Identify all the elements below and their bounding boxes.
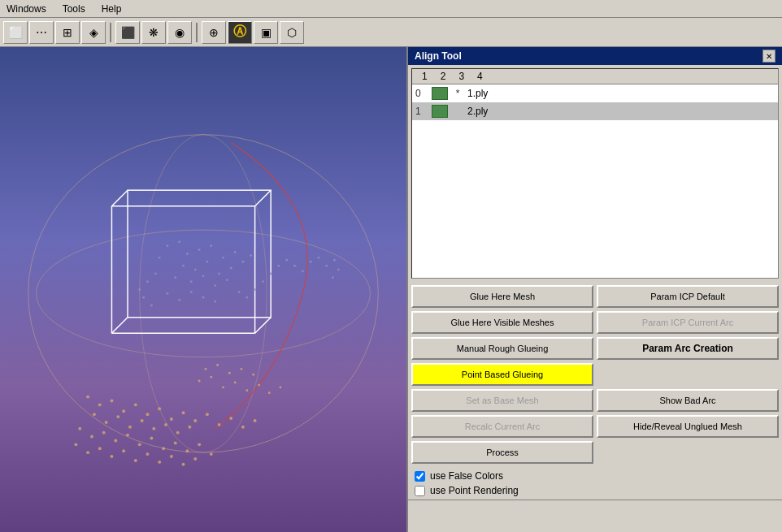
glue-here-mesh-button[interactable]: Glue Here Mesh	[411, 285, 593, 308]
svg-point-65	[182, 411, 185, 414]
svg-point-103	[193, 457, 197, 461]
svg-point-100	[158, 461, 161, 464]
svg-point-41	[310, 261, 312, 263]
svg-point-43	[325, 265, 328, 267]
align-panel: Align Tool ✕ 1 2 3 4 0 * 1.ply 1	[406, 47, 782, 532]
svg-point-55	[142, 296, 145, 299]
mesh-row-1[interactable]: 1 2.ply	[412, 102, 778, 120]
svg-point-69	[229, 417, 232, 420]
mesh-eye-1[interactable]	[432, 105, 448, 118]
svg-point-66	[193, 419, 197, 422]
svg-point-42	[317, 257, 319, 259]
param-arc-creation-button[interactable]: Param Arc Creation	[597, 337, 779, 360]
svg-point-108	[245, 389, 248, 391]
svg-point-86	[138, 443, 141, 446]
point-rendering-label[interactable]: use Point Rendering	[430, 485, 519, 496]
point-based-glueing-button[interactable]: Point Based Glueing	[411, 363, 593, 386]
toolbar-btn-target[interactable]: ⊕	[202, 21, 226, 44]
svg-point-112	[204, 368, 206, 370]
mesh-row-num-1: 1	[415, 106, 432, 117]
svg-point-115	[241, 368, 243, 370]
toolbar-btn-a[interactable]: Ⓐ	[228, 21, 252, 44]
svg-point-93	[74, 443, 77, 446]
svg-point-24	[218, 272, 220, 275]
mesh-list-container[interactable]: 1 2 3 4 0 * 1.ply 1 2.ply	[411, 68, 779, 279]
svg-point-32	[238, 291, 241, 293]
toolbar-btn-box[interactable]: ⬜	[3, 21, 28, 44]
mesh-row-0[interactable]: 0 * 1.ply	[412, 84, 778, 102]
mesh-eye-0[interactable]	[432, 87, 448, 100]
process-button[interactable]: Process	[411, 441, 593, 464]
svg-point-38	[285, 259, 288, 262]
toolbar-btn-square[interactable]: ▣	[254, 21, 278, 44]
svg-point-73	[105, 421, 108, 424]
panel-close-button[interactable]: ✕	[762, 50, 775, 63]
toolbar-separator	[110, 23, 111, 42]
svg-point-1	[36, 230, 370, 357]
svg-point-20	[250, 254, 252, 257]
svg-point-28	[190, 280, 193, 283]
menu-windows[interactable]: Windows	[3, 2, 50, 15]
checkboxes-area: use False Colors use Point Rendering	[408, 467, 782, 500]
svg-point-110	[268, 391, 271, 394]
toolbar-btn-diamond[interactable]: ◈	[81, 21, 106, 44]
toolbar-separator-2	[196, 23, 198, 42]
svg-point-85	[126, 434, 129, 437]
toolbar-btn-dots[interactable]: ⋯	[29, 21, 54, 44]
show-bad-arc-button[interactable]: Show Bad Arc	[597, 389, 779, 412]
toolbar-btn-lines[interactable]: ⬛	[115, 21, 140, 44]
svg-point-70	[241, 426, 245, 429]
svg-point-57	[86, 396, 89, 399]
svg-point-58	[98, 403, 102, 406]
svg-point-22	[194, 269, 197, 271]
svg-point-72	[93, 413, 96, 416]
svg-point-68	[218, 423, 221, 426]
glue-here-visible-button[interactable]: Glue Here Visible Meshes	[411, 311, 593, 334]
mesh-star-1	[451, 106, 464, 117]
hide-reveal-unglued-button[interactable]: Hide/Reveal Unglued Mesh	[597, 415, 779, 438]
svg-point-81	[78, 427, 81, 430]
svg-point-35	[262, 280, 264, 283]
toolbar-btn-sphere[interactable]: ❋	[141, 21, 166, 44]
svg-point-76	[141, 419, 144, 422]
manual-rough-glueing-button[interactable]: Manual Rough Glueing	[411, 337, 593, 360]
viewport[interactable]	[0, 47, 406, 532]
toolbar-btn-hex[interactable]: ⬡	[280, 21, 304, 44]
param-icp-default-button[interactable]: Param ICP Default	[597, 285, 779, 308]
svg-point-84	[114, 439, 117, 442]
set-as-base-mesh-button[interactable]: Set as Base Mesh	[411, 389, 593, 412]
svg-point-15	[198, 249, 201, 251]
svg-point-44	[333, 259, 336, 262]
mesh-row-num-0: 0	[415, 88, 432, 99]
svg-point-82	[90, 435, 93, 439]
toolbar-btn-grid[interactable]: ⊞	[55, 21, 80, 44]
param-icp-current-arc-button[interactable]: Param ICP Current Arc	[597, 311, 779, 334]
point-rendering-checkbox[interactable]	[415, 486, 425, 496]
toolbar-btn-circle[interactable]: ◉	[167, 21, 192, 44]
svg-point-14	[186, 253, 189, 255]
false-colors-checkbox[interactable]	[415, 471, 425, 482]
svg-point-59	[110, 400, 113, 403]
mesh-name-1: 2.ply	[467, 106, 488, 117]
svg-point-102	[182, 463, 185, 466]
svg-point-39	[293, 265, 296, 267]
svg-point-17	[222, 257, 224, 259]
svg-point-64	[170, 417, 173, 421]
svg-point-78	[164, 423, 167, 426]
svg-point-36	[270, 272, 272, 275]
svg-point-90	[185, 449, 189, 452]
recalc-current-arc-button[interactable]: Recalc Current Arc	[411, 415, 593, 438]
svg-point-49	[190, 291, 193, 293]
svg-point-95	[98, 447, 102, 450]
false-colors-label[interactable]: use False Colors	[430, 470, 503, 482]
empty-cell	[597, 363, 779, 386]
svg-point-96	[110, 455, 113, 458]
svg-point-26	[159, 257, 161, 259]
svg-point-54	[138, 288, 141, 291]
svg-point-107	[234, 382, 237, 384]
menu-help[interactable]: Help	[98, 2, 125, 15]
menu-tools[interactable]: Tools	[59, 2, 89, 15]
false-colors-row: use False Colors	[415, 470, 775, 482]
menu-bar: Windows Tools Help	[0, 0, 782, 18]
svg-point-53	[146, 280, 149, 283]
